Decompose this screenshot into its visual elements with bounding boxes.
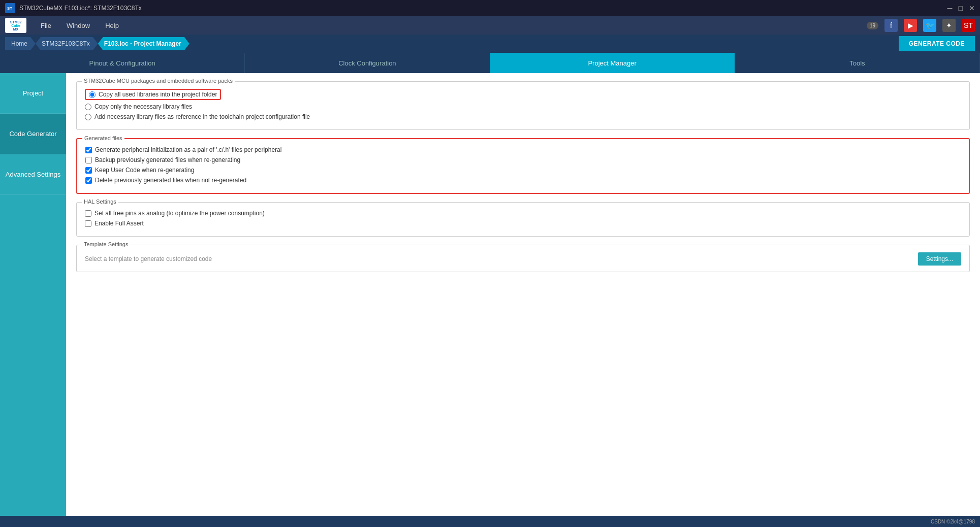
close-button[interactable]: ✕ xyxy=(969,4,975,12)
restore-button[interactable]: □ xyxy=(959,4,963,12)
sidebar: Project Code Generator Advanced Settings xyxy=(0,73,66,527)
radio-add-reference[interactable] xyxy=(85,114,91,120)
youtube-icon[interactable]: ▶ xyxy=(904,19,917,32)
checkbox-peripheral-init[interactable] xyxy=(85,147,92,153)
generate-code-button[interactable]: GENERATE CODE xyxy=(899,36,975,51)
breadcrumb-home[interactable]: Home xyxy=(5,37,36,50)
checkbox-keep-user-code-label: Keep User Code when re-generating xyxy=(95,167,194,174)
statusbar: CSDN ©2k4@1798 xyxy=(0,516,980,527)
menubar-left: STM32 Cube MX File Window Help xyxy=(5,18,119,33)
hal-section-label: HAL Settings xyxy=(82,199,118,205)
twitter-icon[interactable]: 🐦 xyxy=(923,19,936,32)
logo-stm: STM32 xyxy=(10,20,22,24)
checkbox-option-keep-user-code[interactable]: Keep User Code when re-generating xyxy=(85,167,961,174)
template-section-label: Template Settings xyxy=(82,241,130,247)
template-settings-section: Template Settings Select a template to g… xyxy=(76,245,970,272)
menu-items: File Window Help xyxy=(41,22,119,29)
sidebar-item-code-generator[interactable]: Code Generator xyxy=(0,114,66,154)
sidebar-item-project[interactable]: Project xyxy=(0,73,66,114)
radio-add-reference-label: Add necessary library files as reference… xyxy=(94,113,310,120)
mcu-packages-section: STM32Cube MCU packages and embedded soft… xyxy=(76,81,970,130)
radio-copy-necessary-label: Copy only the necessary library files xyxy=(94,103,192,110)
checkbox-full-assert-label: Enable Full Assert xyxy=(94,220,144,227)
settings-button[interactable]: Settings... xyxy=(918,252,961,266)
tab-tools[interactable]: Tools xyxy=(735,53,980,73)
logo-box: STM32 Cube MX xyxy=(5,18,26,33)
breadcrumb: Home STM32F103C8Tx F103.ioc - Project Ma… xyxy=(0,35,980,53)
checkbox-free-pins-label: Set all free pins as analog (to optimize… xyxy=(94,210,265,217)
menu-file[interactable]: File xyxy=(41,22,51,29)
main-layout: Project Code Generator Advanced Settings… xyxy=(0,73,980,527)
breadcrumb-left: Home STM32F103C8Tx F103.ioc - Project Ma… xyxy=(5,37,191,50)
menu-window[interactable]: Window xyxy=(67,22,90,29)
checkbox-option-peripheral-init[interactable]: Generate peripheral initialization as a … xyxy=(85,146,961,153)
breadcrumb-chip[interactable]: STM32F103C8Tx xyxy=(36,37,98,50)
stm32cubemx-logo: STM32 Cube MX xyxy=(5,18,26,33)
checkbox-keep-user-code[interactable] xyxy=(85,167,92,174)
checkbox-backup-label: Backup previously generated files when r… xyxy=(95,156,240,163)
radio-copy-all[interactable] xyxy=(89,91,96,98)
checkbox-peripheral-init-label: Generate peripheral initialization as a … xyxy=(95,146,281,153)
mcu-section-label: STM32Cube MCU packages and embedded soft… xyxy=(82,78,235,84)
radio-option-copy-all[interactable]: Copy all used libraries into the project… xyxy=(85,89,961,100)
checkbox-option-backup[interactable]: Backup previously generated files when r… xyxy=(85,156,961,163)
radio-copy-all-label: Copy all used libraries into the project… xyxy=(99,91,217,98)
app-logo: ST xyxy=(5,3,15,13)
tab-pinout[interactable]: Pinout & Configuration xyxy=(0,53,245,73)
titlebar-left: ST STM32CubeMX F103.ioc*: STM32F103C8Tx xyxy=(5,3,142,13)
hal-checkbox-free-pins[interactable]: Set all free pins as analog (to optimize… xyxy=(85,210,961,217)
st-icon[interactable]: ST xyxy=(962,19,975,32)
tabbar: Pinout & Configuration Clock Configurati… xyxy=(0,53,980,73)
titlebar-title: STM32CubeMX F103.ioc*: STM32F103C8Tx xyxy=(19,5,142,12)
checkbox-free-pins[interactable] xyxy=(85,210,91,217)
statusbar-text: CSDN ©2k4@1798 xyxy=(931,519,975,524)
radio-copy-necessary[interactable] xyxy=(85,104,91,110)
breadcrumb-file[interactable]: F103.ioc - Project Manager xyxy=(98,37,189,50)
version-badge: 19 xyxy=(867,22,878,29)
logo-cube: Cube xyxy=(11,24,20,27)
logo-mx: MX xyxy=(13,27,19,31)
generated-files-label: Generated files xyxy=(82,135,124,141)
hal-settings-section: HAL Settings Set all free pins as analog… xyxy=(76,202,970,237)
menubar-right: 19 f ▶ 🐦 ✦ ST xyxy=(867,19,975,32)
sidebar-item-advanced-settings[interactable]: Advanced Settings xyxy=(0,154,66,195)
menu-help[interactable]: Help xyxy=(105,22,119,29)
tab-clock[interactable]: Clock Configuration xyxy=(245,53,490,73)
radio-option-add-reference[interactable]: Add necessary library files as reference… xyxy=(85,113,961,120)
titlebar: ST STM32CubeMX F103.ioc*: STM32F103C8Tx … xyxy=(0,0,980,16)
checkbox-full-assert[interactable] xyxy=(85,220,91,227)
hackaday-icon[interactable]: ✦ xyxy=(942,19,956,32)
menubar: STM32 Cube MX File Window Help 19 f ▶ 🐦 … xyxy=(0,16,980,35)
checkbox-delete-prev[interactable] xyxy=(85,177,92,184)
svg-text:ST: ST xyxy=(7,6,12,11)
checkbox-backup[interactable] xyxy=(85,157,92,163)
hal-checkbox-full-assert[interactable]: Enable Full Assert xyxy=(85,220,961,227)
facebook-icon[interactable]: f xyxy=(884,19,898,32)
radio-option-copy-necessary[interactable]: Copy only the necessary library files xyxy=(85,103,961,110)
template-placeholder-text: Select a template to generate customized… xyxy=(85,255,212,262)
checkbox-delete-prev-label: Delete previously generated files when n… xyxy=(95,177,246,184)
template-row: Select a template to generate customized… xyxy=(85,252,961,266)
titlebar-controls: ─ □ ✕ xyxy=(947,4,975,12)
checkbox-option-delete-prev[interactable]: Delete previously generated files when n… xyxy=(85,177,961,184)
tab-project-manager[interactable]: Project Manager xyxy=(490,53,735,73)
minimize-button[interactable]: ─ xyxy=(947,4,953,12)
generated-files-section: Generated files Generate peripheral init… xyxy=(76,138,970,194)
content-area: STM32Cube MCU packages and embedded soft… xyxy=(66,73,980,527)
